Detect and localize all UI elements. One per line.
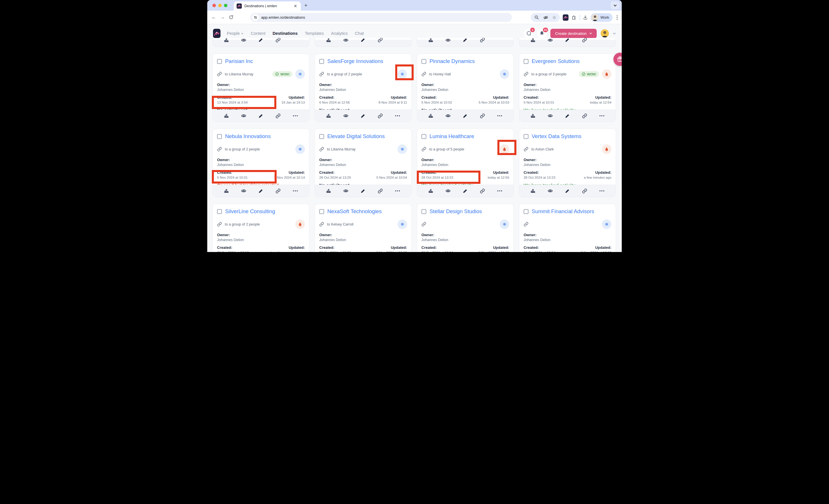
downloads-icon[interactable]	[583, 15, 588, 20]
card-checkbox[interactable]	[319, 134, 324, 139]
card-title-link[interactable]: Elevate Digital Solutions	[327, 133, 385, 140]
card-action-button[interactable]	[529, 38, 537, 43]
more-options-button[interactable]	[393, 115, 402, 117]
user-avatar[interactable]	[601, 29, 609, 38]
nav-item-destinations[interactable]: Destinations	[273, 31, 298, 36]
card-checkbox[interactable]	[422, 209, 426, 214]
more-options-button[interactable]	[291, 115, 300, 117]
tab-search-chevron-button[interactable]	[611, 1, 619, 9]
more-options-button[interactable]	[495, 115, 504, 117]
preview-eye-button[interactable]	[546, 113, 555, 119]
temperature-indicator[interactable]: ❄	[398, 145, 407, 154]
copy-link-button[interactable]	[274, 188, 282, 194]
card-action-button[interactable]	[342, 38, 350, 43]
card-checkbox[interactable]	[217, 209, 222, 214]
card-checkbox[interactable]	[524, 209, 529, 214]
card-action-button[interactable]	[444, 38, 453, 43]
reload-button[interactable]	[227, 15, 236, 20]
card-title-link[interactable]: SilverLine Consulting	[225, 208, 275, 215]
avatar-chevron-icon[interactable]	[613, 32, 616, 35]
temperature-indicator[interactable]: ❄	[398, 69, 407, 79]
card-action-button[interactable]	[240, 38, 248, 43]
card-title-link[interactable]: Lumina Healthcare	[429, 133, 474, 140]
emlen-extension-icon[interactable]	[563, 14, 569, 21]
edit-pencil-button[interactable]	[461, 189, 469, 193]
edit-pencil-button[interactable]	[563, 189, 572, 193]
notifications-button[interactable]: 21	[537, 29, 547, 38]
analytics-button[interactable]	[529, 113, 537, 118]
edit-pencil-button[interactable]	[256, 114, 265, 118]
edit-pencil-button[interactable]	[359, 114, 367, 118]
card-action-button[interactable]	[461, 38, 469, 42]
card-title-link[interactable]: Vertex Data Systems	[532, 133, 581, 140]
edit-pencil-button[interactable]	[563, 114, 572, 118]
copy-link-button[interactable]	[580, 188, 589, 194]
card-checkbox[interactable]	[524, 59, 529, 64]
new-tab-button[interactable]: +	[304, 2, 308, 9]
nav-item-analytics[interactable]: Analytics	[331, 31, 348, 36]
card-action-button[interactable]	[478, 38, 487, 43]
analytics-button[interactable]	[427, 188, 435, 193]
card-title-link[interactable]: Summit Financial Advisors	[532, 208, 594, 215]
card-action-button[interactable]	[427, 38, 435, 43]
card-title-link[interactable]: Stellar Design Studios	[429, 208, 482, 215]
temperature-indicator[interactable]: ❄	[398, 220, 407, 229]
preview-eye-button[interactable]	[546, 188, 555, 194]
temperature-indicator[interactable]	[295, 220, 305, 229]
zoom-window-button[interactable]	[224, 4, 227, 7]
more-options-button[interactable]	[495, 190, 504, 192]
back-button[interactable]: ←	[210, 14, 218, 20]
bookmark-star-icon[interactable]: ☆	[552, 15, 556, 20]
analytics-button[interactable]	[324, 188, 333, 193]
temperature-indicator[interactable]: ❄	[602, 220, 611, 229]
card-title-link[interactable]: Evergreen Solutions	[532, 58, 580, 65]
create-destination-button[interactable]: Create destination	[550, 29, 597, 38]
card-checkbox[interactable]	[319, 59, 324, 64]
card-title-link[interactable]: SalesForge Innovations	[327, 58, 383, 65]
analytics-button[interactable]	[222, 113, 231, 118]
nav-item-templates[interactable]: Templates	[305, 31, 324, 36]
card-action-button[interactable]	[546, 38, 555, 43]
temperature-indicator[interactable]: ❄	[500, 69, 509, 79]
edit-pencil-button[interactable]	[359, 189, 367, 193]
card-title-link[interactable]: Nebula Innovations	[225, 133, 271, 140]
copy-link-button[interactable]	[478, 113, 487, 119]
extensions-puzzle-icon[interactable]	[571, 15, 577, 20]
preview-eye-button[interactable]	[240, 188, 248, 194]
card-title-link[interactable]: Parisian Inc	[225, 58, 253, 65]
hidden-eye-icon[interactable]	[543, 15, 548, 20]
card-action-button[interactable]	[563, 38, 572, 42]
browser-menu-icon[interactable]	[615, 15, 619, 20]
more-options-button[interactable]	[291, 190, 300, 192]
emlen-logo[interactable]	[213, 29, 220, 38]
zoom-out-icon[interactable]	[534, 15, 539, 20]
analytics-button[interactable]	[324, 113, 333, 118]
temperature-indicator[interactable]	[602, 145, 611, 154]
analytics-button[interactable]	[427, 113, 435, 118]
more-options-button[interactable]	[393, 190, 402, 192]
preview-eye-button[interactable]	[444, 188, 453, 194]
browser-profile-chip[interactable]: Work	[591, 13, 613, 22]
nav-item-people[interactable]: People	[227, 31, 244, 36]
tab-close-icon[interactable]: ✕	[293, 4, 298, 8]
analytics-button[interactable]	[222, 188, 231, 193]
more-options-button[interactable]	[598, 190, 606, 192]
minimize-window-button[interactable]	[218, 4, 222, 7]
preview-eye-button[interactable]	[342, 113, 350, 119]
card-action-button[interactable]	[274, 38, 282, 43]
card-checkbox[interactable]	[217, 59, 222, 64]
nav-item-content[interactable]: Content	[251, 31, 265, 36]
analytics-button[interactable]	[529, 188, 537, 193]
card-title-link[interactable]: NexaSoft Technologies	[327, 208, 382, 215]
card-checkbox[interactable]	[319, 209, 324, 214]
card-action-button[interactable]	[580, 38, 589, 43]
edit-pencil-button[interactable]	[256, 189, 265, 193]
card-action-button[interactable]	[376, 38, 385, 43]
card-action-button[interactable]	[222, 38, 231, 43]
card-title-link[interactable]: Pinnacle Dynamics	[429, 58, 475, 65]
preview-eye-button[interactable]	[240, 113, 248, 119]
more-options-button[interactable]	[598, 115, 606, 117]
card-action-button[interactable]	[359, 38, 367, 42]
card-checkbox[interactable]	[422, 59, 426, 64]
nav-item-chat[interactable]: Chat	[355, 31, 364, 36]
